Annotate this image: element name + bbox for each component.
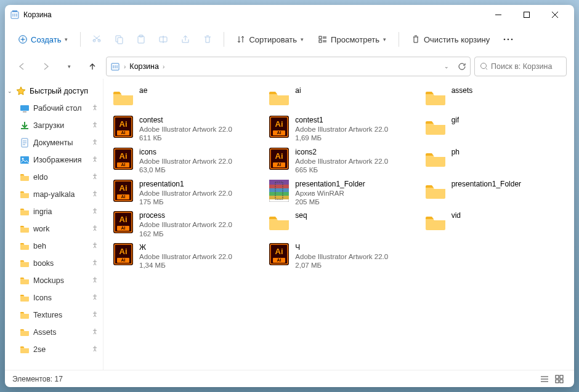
folder-item[interactable]: ph <box>423 146 567 176</box>
sidebar-item[interactable]: Icons <box>5 289 103 306</box>
sort-button[interactable]: Сортировать ▾ <box>230 31 310 48</box>
up-button[interactable] <box>83 57 102 76</box>
file-type: Adobe Illustrator Artwork 22.0 <box>295 157 388 166</box>
sidebar-item[interactable]: Документы <box>5 134 103 151</box>
share-button[interactable] <box>176 31 195 48</box>
svg-text:AI: AI <box>121 226 126 230</box>
breadcrumb-item[interactable]: Корзина <box>129 62 159 71</box>
folder-icon <box>20 345 30 354</box>
folder-icon <box>112 86 134 108</box>
rename-button[interactable] <box>153 31 173 48</box>
sidebar-item[interactable]: Загрузки <box>5 117 103 134</box>
quick-access-item[interactable]: ⌄ Быстрый доступ <box>5 82 103 100</box>
folder-icon <box>20 207 30 217</box>
star-icon <box>16 86 26 96</box>
thumbnails-view-button[interactable] <box>552 372 567 386</box>
folder-icon <box>424 148 447 170</box>
file-item[interactable]: AiAIpresentation1Adobe Illustrator Artwo… <box>111 178 254 208</box>
search-input[interactable] <box>491 62 561 71</box>
file-name: seq <box>295 211 307 220</box>
minimize-button[interactable] <box>484 5 512 25</box>
folder-icon <box>424 86 447 108</box>
pin-icon <box>92 122 99 129</box>
more-button[interactable] <box>498 34 518 44</box>
folder-icon <box>20 241 30 251</box>
folder-icon <box>20 327 30 337</box>
file-item[interactable]: AiAIЧAdobe Illustrator Artwork 22.02,07 … <box>267 242 410 271</box>
sidebar-item[interactable]: Рабочий стол <box>5 100 103 117</box>
sidebar-item-label: beh <box>33 242 46 250</box>
navigation-pane[interactable]: ⌄ Быстрый доступ Рабочий столЗагрузкиДок… <box>5 79 103 370</box>
folder-icon <box>424 211 447 233</box>
folder-item[interactable]: ai <box>267 85 410 112</box>
folder-item[interactable]: seq <box>267 210 410 239</box>
folder-item[interactable]: gif <box>423 114 567 144</box>
doc-icon <box>20 138 30 148</box>
back-button[interactable] <box>12 57 32 76</box>
status-bar: Элементов: 17 <box>5 370 574 387</box>
file-name: contest <box>139 116 232 125</box>
pin-icon <box>92 156 99 164</box>
folder-item[interactable]: ae <box>111 85 254 112</box>
svg-rect-1 <box>12 10 17 12</box>
sidebar-item[interactable]: 2se <box>5 341 103 358</box>
sidebar-item[interactable]: Mockups <box>5 272 103 289</box>
file-item[interactable]: presentation1_FolderАрхив WinRAR205 МБ <box>267 178 410 208</box>
chevron-down-icon: ▾ <box>65 36 68 42</box>
sidebar-item[interactable]: map-yalkala <box>5 186 103 203</box>
paste-button[interactable] <box>131 31 151 48</box>
sidebar-item[interactable]: Textures <box>5 306 103 324</box>
search-box[interactable] <box>474 57 567 76</box>
sidebar-item[interactable]: ingria <box>5 203 103 220</box>
sidebar-item-label: Рабочий стол <box>33 104 81 113</box>
desktop-icon <box>20 103 30 113</box>
refresh-button[interactable] <box>458 62 466 71</box>
maximize-button[interactable] <box>512 5 541 25</box>
file-type: Архив WinRAR <box>295 189 365 198</box>
sidebar-item[interactable]: work <box>5 220 103 238</box>
new-button[interactable]: Создать ▾ <box>12 31 74 48</box>
file-item[interactable]: AiAIicons2Adobe Illustrator Artwork 22.0… <box>267 146 410 176</box>
view-button[interactable]: Просмотреть ▾ <box>312 31 392 48</box>
file-item[interactable]: AiAIiconsAdobe Illustrator Artwork 22.06… <box>111 146 254 176</box>
copy-button[interactable] <box>109 31 129 48</box>
recent-button[interactable]: ▾ <box>59 57 79 76</box>
address-bar-row: ▾ › Корзина › ⌄ <box>5 54 574 79</box>
sidebar-item[interactable]: beh <box>5 238 103 255</box>
file-list[interactable]: aeaiassetsAiAIcontestAdobe Illustrator A… <box>103 79 574 370</box>
ai-icon: AiAI <box>112 116 134 138</box>
folder-item[interactable]: presentation1_Folder <box>423 178 567 208</box>
cut-button[interactable] <box>87 31 107 48</box>
folder-item[interactable]: vid <box>423 210 567 239</box>
sidebar-item[interactable]: eldo <box>5 169 103 186</box>
svg-text:Ai: Ai <box>119 151 128 161</box>
svg-rect-5 <box>118 38 123 44</box>
folder-icon <box>268 211 290 233</box>
sidebar-item[interactable]: Изображения <box>5 151 103 169</box>
close-button[interactable] <box>541 5 569 25</box>
forward-button[interactable] <box>36 57 55 76</box>
file-item[interactable]: AiAIЖAdobe Illustrator Artwork 22.01,34 … <box>111 242 254 271</box>
folder-icon <box>20 276 30 286</box>
file-item[interactable]: AiAIcontestAdobe Illustrator Artwork 22.… <box>111 114 254 144</box>
file-item[interactable]: AiAIprocessAdobe Illustrator Artwork 22.… <box>111 210 254 239</box>
cut-icon <box>92 34 102 44</box>
chevron-down-icon[interactable]: ⌄ <box>444 63 449 70</box>
svg-text:AI: AI <box>277 130 281 135</box>
delete-button[interactable] <box>198 31 217 48</box>
sidebar-item[interactable]: Assets <box>5 324 103 341</box>
pin-icon <box>92 329 99 336</box>
svg-text:Ai: Ai <box>119 183 128 193</box>
rename-icon <box>158 34 168 44</box>
empty-recycle-bin-button[interactable]: Очистить корзину <box>405 31 496 48</box>
file-item[interactable]: AiAIcontest1Adobe Illustrator Artwork 22… <box>267 114 410 144</box>
sidebar-item[interactable]: books <box>5 255 103 272</box>
svg-text:Ai: Ai <box>275 247 283 256</box>
file-name: vid <box>451 211 461 220</box>
details-view-button[interactable] <box>537 372 552 386</box>
folder-item[interactable]: assets <box>423 85 567 112</box>
pin-icon <box>92 294 99 302</box>
file-type: Adobe Illustrator Artwork 22.0 <box>139 125 232 134</box>
folder-icon <box>20 190 30 199</box>
address-bar[interactable]: › Корзина › ⌄ <box>106 57 471 76</box>
